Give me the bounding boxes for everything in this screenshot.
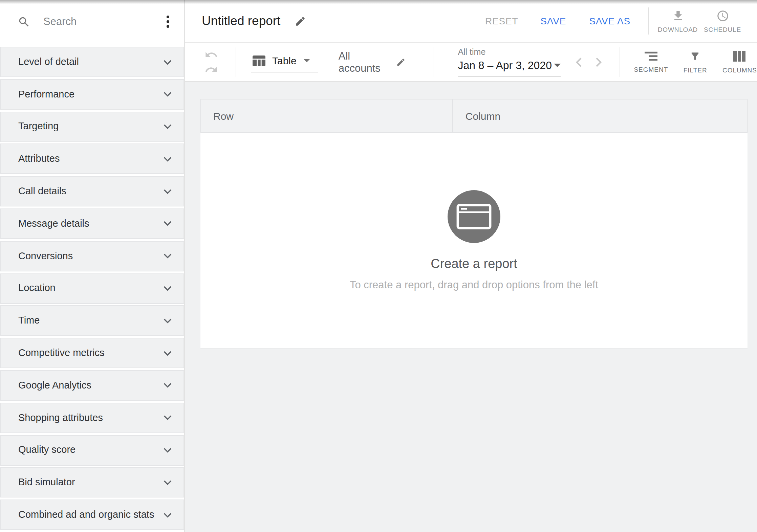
account-scope-control[interactable]: All accounts <box>339 50 406 74</box>
filter-button[interactable]: FILTER <box>678 50 712 73</box>
browser-window-icon <box>456 203 492 229</box>
undo-redo-group <box>204 48 218 76</box>
pencil-icon <box>295 15 306 27</box>
report-toolbar: Table All accounts All time Jan 8 – Apr … <box>185 43 757 82</box>
segment-icon <box>645 51 657 61</box>
date-range-value: Jan 8 – Apr 3, 2020 <box>458 59 552 71</box>
pencil-icon <box>396 57 406 67</box>
dropdown-caret-icon <box>554 64 561 67</box>
schedule-label: SCHEDULE <box>704 25 741 33</box>
sidebar-item-level-of-detail[interactable]: Level of detail <box>0 47 184 77</box>
column-drop-zone[interactable]: Column <box>453 99 747 132</box>
chevron-down-icon <box>163 350 172 356</box>
chevron-down-icon <box>163 415 172 421</box>
segment-button[interactable]: SEGMENT <box>634 51 668 73</box>
sidebar-item-label: Competitive metrics <box>18 347 163 359</box>
sidebar-item-quality-score[interactable]: Quality score <box>0 435 184 465</box>
report-canvas: Row Column Create a report To create a r… <box>185 82 757 532</box>
sidebar-item-google-analytics[interactable]: Google Analytics <box>0 370 184 401</box>
account-scope-label: All accounts <box>339 50 389 74</box>
category-list: Level of detail Performance Targeting At… <box>0 43 184 530</box>
sidebar-item-label: Targeting <box>18 121 163 133</box>
chevron-down-icon <box>163 59 172 65</box>
chevron-down-icon <box>163 286 172 291</box>
builder-header: Row Column <box>200 99 748 133</box>
sidebar-item-attributes[interactable]: Attributes <box>0 144 184 174</box>
sidebar-item-label: Google Analytics <box>18 379 163 391</box>
dropdown-caret-icon <box>303 59 310 62</box>
next-period-button[interactable] <box>594 55 603 69</box>
main-content: Untitled report RESET SAVE SAVE AS DOWNL… <box>185 0 757 532</box>
date-range-dropdown[interactable]: All time Jan 8 – Apr 3, 2020 <box>458 47 561 77</box>
chevron-down-icon <box>163 92 172 97</box>
toolbar-divider <box>433 47 433 77</box>
row-header-label: Row <box>213 110 234 121</box>
columns-button[interactable]: COLUMNS <box>722 50 757 73</box>
download-label: DOWNLOAD <box>658 25 698 33</box>
sidebar-item-performance[interactable]: Performance <box>0 79 184 110</box>
filter-label: FILTER <box>684 66 707 73</box>
sidebar-item-location[interactable]: Location <box>0 273 184 304</box>
chevron-down-icon <box>163 124 172 129</box>
title-bar: Untitled report RESET SAVE SAVE AS DOWNL… <box>185 0 757 43</box>
sidebar-item-label: Shopping attributes <box>18 412 163 424</box>
report-empty-icon <box>448 190 500 243</box>
sidebar-item-competitive-metrics[interactable]: Competitive metrics <box>0 338 184 368</box>
header-actions: RESET SAVE SAVE AS DOWNLOAD SCHEDULE <box>485 7 745 35</box>
toolbar-divider <box>236 47 236 77</box>
sidebar-item-label: Call details <box>18 185 163 197</box>
sidebar-item-call-details[interactable]: Call details <box>0 176 184 206</box>
search-input[interactable] <box>42 15 163 28</box>
sidebar-item-time[interactable]: Time <box>0 306 184 336</box>
sidebar-item-message-details[interactable]: Message details <box>0 208 184 239</box>
chevron-down-icon <box>163 318 172 324</box>
chevron-down-icon <box>163 189 172 194</box>
clock-icon <box>716 9 729 22</box>
sidebar-item-label: Location <box>18 283 163 294</box>
previous-period-button[interactable] <box>574 55 584 69</box>
date-range-row: Jan 8 – Apr 3, 2020 <box>458 59 561 71</box>
toolbar-divider <box>620 47 620 77</box>
sidebar-item-targeting[interactable]: Targeting <box>0 111 184 142</box>
save-as-button[interactable]: SAVE AS <box>589 16 630 26</box>
report-editor-app: Level of detail Performance Targeting At… <box>0 0 757 532</box>
save-button[interactable]: SAVE <box>540 16 566 26</box>
chevron-down-icon <box>163 480 172 485</box>
download-button[interactable]: DOWNLOAD <box>655 9 700 33</box>
view-type-dropdown[interactable]: Table <box>251 51 318 72</box>
sidebar-item-label: Performance <box>18 88 163 100</box>
sidebar-item-label: Level of detail <box>18 56 163 68</box>
chevron-down-icon <box>163 447 172 453</box>
empty-state-title: Create a report <box>431 256 517 271</box>
schedule-button[interactable]: SCHEDULE <box>700 9 745 33</box>
reset-button[interactable]: RESET <box>485 16 518 26</box>
segment-label: SEGMENT <box>634 65 668 73</box>
sidebar-item-conversions[interactable]: Conversions <box>0 241 184 271</box>
chevron-down-icon <box>163 253 172 259</box>
empty-state-subtitle: To create a report, drag and drop option… <box>350 279 598 291</box>
sidebar-item-shopping-attributes[interactable]: Shopping attributes <box>0 403 184 433</box>
sidebar-overflow-menu-icon[interactable] <box>163 13 173 30</box>
chevron-left-icon <box>576 57 582 67</box>
undo-icon[interactable] <box>204 48 218 61</box>
column-header-label: Column <box>466 110 500 121</box>
sidebar-item-label: Bid simulator <box>18 476 163 488</box>
row-drop-zone[interactable]: Row <box>201 99 453 132</box>
download-icon <box>671 9 684 22</box>
chevron-down-icon <box>163 512 172 517</box>
table-icon <box>253 55 265 66</box>
redo-icon[interactable] <box>204 63 218 76</box>
report-builder-card: Row Column Create a report To create a r… <box>200 99 748 348</box>
edit-title-button[interactable] <box>295 15 306 27</box>
sidebar-item-label: Conversions <box>18 250 163 262</box>
chevron-down-icon <box>163 221 172 226</box>
sidebar-item-bid-simulator[interactable]: Bid simulator <box>0 467 184 498</box>
filter-icon <box>690 50 701 61</box>
sidebar-item-label: Quality score <box>18 444 163 456</box>
header-divider <box>648 7 649 35</box>
columns-label: COLUMNS <box>722 66 757 73</box>
columns-icon <box>734 50 746 61</box>
sidebar-item-combined-ad-and-organic-stats[interactable]: Combined ad and organic stats <box>0 500 184 530</box>
chevron-right-icon <box>595 57 602 67</box>
sidebar-item-label: Message details <box>18 218 163 229</box>
